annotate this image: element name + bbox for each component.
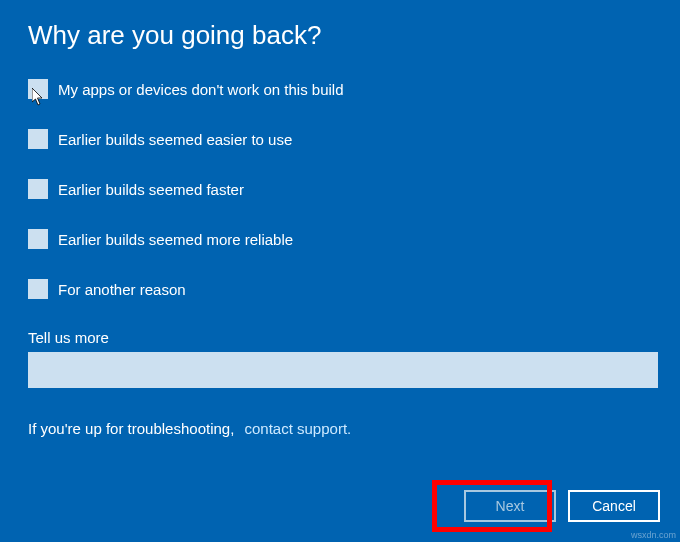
contact-support-link[interactable]: contact support. (245, 420, 352, 437)
support-prefix: If you're up for troubleshooting, (28, 420, 234, 437)
checkbox-icon[interactable] (28, 229, 48, 249)
next-button[interactable]: Next (464, 490, 556, 522)
checkbox-icon[interactable] (28, 279, 48, 299)
option-label: Earlier builds seemed faster (58, 181, 244, 198)
option-apps-devices[interactable]: My apps or devices don't work on this bu… (28, 79, 652, 99)
tell-more-input[interactable] (28, 352, 658, 388)
page-title: Why are you going back? (28, 20, 652, 51)
option-label: Earlier builds seemed more reliable (58, 231, 293, 248)
tell-more-label: Tell us more (28, 329, 652, 346)
option-label: For another reason (58, 281, 186, 298)
checkbox-icon[interactable] (28, 79, 48, 99)
cancel-button[interactable]: Cancel (568, 490, 660, 522)
checkbox-icon[interactable] (28, 179, 48, 199)
option-reliable[interactable]: Earlier builds seemed more reliable (28, 229, 652, 249)
support-text: If you're up for troubleshooting, contac… (28, 420, 652, 437)
checkbox-icon[interactable] (28, 129, 48, 149)
option-another-reason[interactable]: For another reason (28, 279, 652, 299)
option-label: Earlier builds seemed easier to use (58, 131, 292, 148)
option-faster[interactable]: Earlier builds seemed faster (28, 179, 652, 199)
attribution-text: wsxdn.com (631, 530, 676, 540)
option-easier[interactable]: Earlier builds seemed easier to use (28, 129, 652, 149)
option-label: My apps or devices don't work on this bu… (58, 81, 344, 98)
